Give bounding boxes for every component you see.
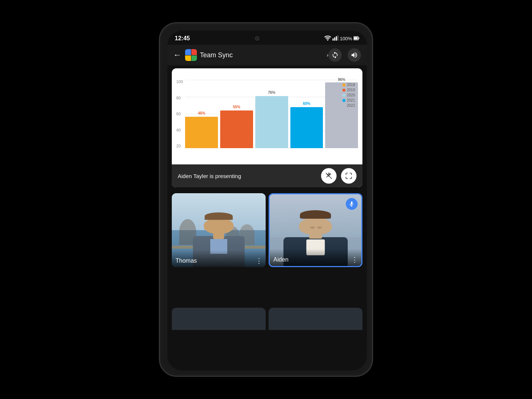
- participant-name-aiden: Aiden: [273, 256, 289, 263]
- back-button[interactable]: ←: [173, 50, 181, 60]
- bar-fill-2019: [220, 110, 253, 148]
- camera-cutout: [255, 36, 259, 41]
- participant-tile-thomas: Thomas ⋮: [172, 193, 266, 267]
- chart-area: 20 40 60 80 100: [172, 68, 362, 164]
- aiden-menu[interactable]: ⋮: [351, 256, 358, 263]
- presentation-footer: Aiden Tayler is presenting: [172, 164, 362, 187]
- legend-dot-2021: [342, 99, 345, 102]
- y-label-80: 80: [176, 96, 183, 100]
- svg-rect-2: [336, 36, 337, 41]
- partial-tile-right: [269, 308, 362, 330]
- nav-actions: [328, 48, 361, 62]
- bar-label-2022: 96%: [338, 78, 345, 82]
- legend-label-2022: 2022: [347, 103, 355, 108]
- status-time: 12:45: [175, 35, 190, 42]
- meet-icon-q1: [185, 49, 191, 55]
- y-label-40: 40: [176, 128, 183, 132]
- bar-fill-2020: [255, 96, 288, 148]
- bar-2020: 76%: [255, 80, 288, 148]
- signal-icon: [332, 35, 338, 42]
- bar-fill-2018: [185, 117, 218, 148]
- svg-rect-5: [354, 37, 358, 39]
- y-label-60: 60: [176, 112, 183, 116]
- legend-2020: 2020: [342, 93, 355, 97]
- presenter-text: Aiden Tayler is presenting: [178, 173, 241, 179]
- legend-label-2019: 2019: [347, 88, 355, 92]
- bar-fill-2021: [290, 107, 323, 148]
- legend-dot-2018: [342, 83, 345, 86]
- battery-icon: [354, 36, 359, 41]
- legend-2022: 2022: [342, 103, 355, 108]
- fullscreen-button[interactable]: [341, 168, 357, 184]
- bar-2019: 55%: [220, 80, 253, 148]
- wifi-icon: [324, 35, 331, 42]
- legend-2021: 2021: [342, 98, 355, 102]
- refresh-button[interactable]: [328, 48, 342, 62]
- phone-device: 12:45 100%: [159, 22, 373, 377]
- partial-tile-left: [172, 308, 266, 330]
- legend-2018: 2018: [342, 83, 355, 87]
- mute-pin-button[interactable]: [321, 168, 337, 184]
- battery-status: 100%: [340, 36, 352, 41]
- participant-tile-aiden: Aiden ⋮: [269, 193, 362, 267]
- app-icon: [185, 49, 197, 61]
- bar-label-2020: 76%: [268, 91, 275, 95]
- legend-dot-2020: [342, 94, 345, 97]
- meet-icon-q4: [191, 55, 197, 61]
- bar-label-2019: 55%: [233, 105, 240, 109]
- legend-dot-2022: [342, 104, 345, 107]
- bar-label-2021: 60%: [303, 102, 310, 106]
- thomas-name-bar: Thomas ⋮: [172, 250, 266, 267]
- audio-button[interactable]: [348, 48, 361, 62]
- svg-rect-6: [358, 37, 359, 39]
- legend-2019: 2019: [342, 88, 355, 92]
- participants-grid: Thomas ⋮: [167, 190, 367, 371]
- y-label-20: 20: [176, 144, 183, 148]
- participant-name-thomas: Thomas: [175, 258, 197, 264]
- thomas-menu[interactable]: ⋮: [256, 258, 263, 264]
- meet-icon: [185, 49, 197, 61]
- svg-rect-3: [337, 35, 338, 41]
- meet-icon-q3: [185, 55, 191, 61]
- y-label-100: 100: [176, 80, 183, 84]
- legend-label-2020: 2020: [347, 93, 355, 97]
- legend-label-2018: 2018: [347, 83, 355, 87]
- bar-2018: 46%: [185, 80, 218, 148]
- aiden-name-bar: Aiden ⋮: [270, 249, 361, 266]
- top-nav: ← Team Sync ›: [167, 45, 367, 65]
- presentation-card: 20 40 60 80 100: [172, 68, 362, 187]
- svg-rect-1: [334, 37, 335, 41]
- phone-screen: 12:45 100%: [167, 31, 367, 371]
- meeting-title: Team Sync: [200, 51, 325, 59]
- aiden-active-badge: [346, 198, 358, 210]
- status-bar: 12:45 100%: [167, 31, 367, 45]
- bar-2021: 60%: [290, 80, 323, 148]
- chart-legend: 2018 2019 2020: [342, 83, 355, 108]
- meet-icon-q2: [191, 49, 197, 55]
- legend-label-2021: 2021: [347, 98, 355, 102]
- status-icons: 100%: [324, 35, 359, 42]
- presentation-actions: [321, 168, 357, 184]
- bar-label-2018: 46%: [198, 111, 205, 115]
- legend-dot-2019: [342, 89, 345, 92]
- svg-rect-0: [332, 38, 334, 41]
